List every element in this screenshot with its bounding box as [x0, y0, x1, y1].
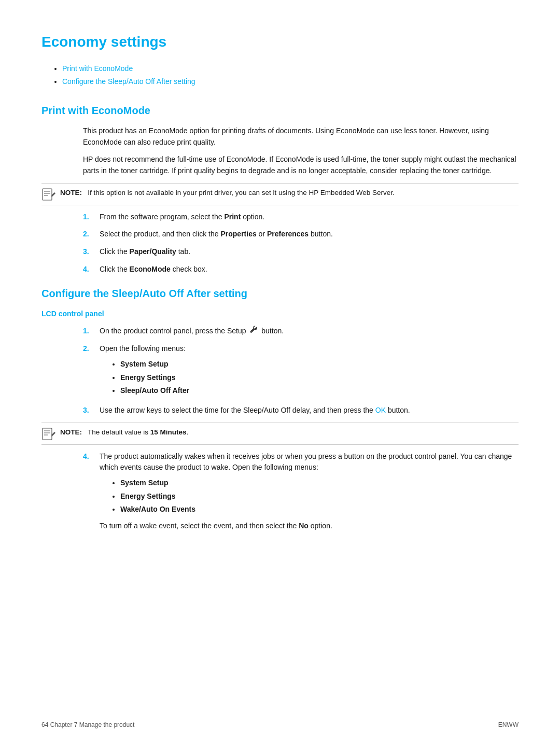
step-1-text-before: From the software program, select the	[100, 213, 224, 221]
sleep-step-4-footer-bold: No	[299, 522, 309, 530]
sleep-step-4-text: The product automatically wakes when it …	[100, 452, 512, 472]
toc-list: Print with EconoMode Configure the Sleep…	[41, 63, 519, 87]
econoMode-note-body: If this option is not available in your …	[88, 189, 395, 196]
sleep-step-2-text: Open the following menus:	[100, 344, 186, 353]
sleep-step-1: 1. On the product control panel, press t…	[83, 326, 519, 338]
step-3-content: Click the Paper/Quality tab.	[100, 246, 519, 258]
econoMode-note-box: NOTE: If this option is not available in…	[41, 183, 519, 205]
step-3-text-after: tab.	[176, 247, 190, 256]
step-3-num: 3.	[83, 246, 93, 257]
econoMode-title: Print with EconoMode	[41, 103, 519, 118]
sleep-note-bold: 15 Minutes	[150, 428, 187, 436]
bullet-wake-auto: Wake/Auto On Events	[120, 505, 195, 513]
bullet-system-setup-2: System Setup	[120, 479, 169, 487]
step-1-content: From the software program, select the Pr…	[100, 212, 519, 223]
list-item: Energy Settings	[120, 372, 519, 384]
note-icon	[41, 188, 56, 201]
step-1-num: 1.	[83, 212, 93, 222]
list-item: Print with EconoMode	[62, 63, 519, 74]
sleep-step-3: 3. Use the arrow keys to select the time…	[83, 405, 519, 416]
step-4-content: Click the EconoMode check box.	[100, 264, 519, 275]
sleep-step-1-num: 1.	[83, 326, 93, 336]
svg-point-6	[251, 331, 252, 332]
sleep-step-3-num: 3.	[83, 405, 93, 416]
page-footer: 64 Chapter 7 Manage the product ENWW	[0, 720, 560, 729]
step-4: 4. Click the EconoMode check box.	[83, 264, 519, 275]
step-4-num: 4.	[83, 264, 93, 275]
bullet-sleep-auto: Sleep/Auto Off After	[120, 386, 189, 395]
sleep-note-end: .	[187, 428, 189, 436]
svg-rect-7	[43, 428, 52, 440]
step-2-bold2: Preferences	[267, 230, 309, 238]
sleep-section: Configure the Sleep/Auto Off After setti…	[41, 286, 519, 532]
sleep-step-1-content: On the product control panel, press the …	[100, 326, 519, 338]
sleep-step-4-footer: To turn off a wake event, select the eve…	[100, 521, 519, 532]
footer-right: ENWW	[498, 720, 519, 729]
step-2-content: Select the product, and then click the P…	[100, 229, 519, 240]
footer-left: 64 Chapter 7 Manage the product	[41, 720, 134, 729]
step-2-num: 2.	[83, 229, 93, 240]
step-2-text-after: button.	[309, 230, 333, 238]
sleep-step-3-content: Use the arrow keys to select the time fo…	[100, 405, 519, 416]
step-4-text-after: check box.	[171, 265, 207, 273]
page-title: Economy settings	[41, 31, 519, 53]
step-1-text-after: option.	[241, 213, 264, 221]
sleep-step-4-footer-text: To turn off a wake event, select the eve…	[100, 522, 299, 530]
list-item: Configure the Sleep/Auto Off After setti…	[62, 76, 519, 87]
list-item: System Setup	[120, 359, 519, 370]
sleep-step-2-bullets: System Setup Energy Settings Sleep/Auto …	[100, 359, 519, 397]
sleep-step-4-bullets: System Setup Energy Settings Wake/Auto O…	[100, 477, 519, 515]
econoMode-note-text: NOTE: If this option is not available in…	[60, 188, 395, 198]
sleep-step-3-ok: OK	[375, 406, 386, 414]
step-2: 2. Select the product, and then click th…	[83, 229, 519, 240]
step-1-bold: Print	[224, 213, 241, 221]
sleep-step-4-content: The product automatically wakes when it …	[100, 451, 519, 532]
toc-link-economode[interactable]: Print with EconoMode	[62, 64, 133, 73]
step-3-bold: Paper/Quality	[130, 247, 176, 256]
sleep-step-3-text-before: Use the arrow keys to select the time fo…	[100, 406, 375, 414]
setup-icon	[249, 326, 258, 338]
econoMode-para2: HP does not recommend the full-time use …	[83, 154, 519, 176]
sleep-step-2: 2. Open the following menus: System Setu…	[83, 343, 519, 399]
sleep-step-2-num: 2.	[83, 343, 93, 354]
step-3-text-before: Click the	[100, 247, 130, 256]
step-2-middle: or	[257, 230, 267, 238]
econoMode-para1: This product has an EconoMode option for…	[83, 125, 519, 148]
sleep-step-4: 4. The product automatically wakes when …	[83, 451, 519, 532]
econoMode-note-label: NOTE:	[60, 189, 82, 196]
sleep-note-label: NOTE:	[60, 428, 82, 436]
step-2-text-before: Select the product, and then click the	[100, 230, 220, 238]
econoMode-section: Print with EconoMode This product has an…	[41, 103, 519, 275]
step-4-text-before: Click the	[100, 265, 130, 273]
bullet-system-setup-1: System Setup	[120, 360, 169, 368]
step-3: 3. Click the Paper/Quality tab.	[83, 246, 519, 258]
sleep-step-1-text-after: button.	[261, 327, 284, 335]
toc-link-sleep[interactable]: Configure the Sleep/Auto Off After setti…	[62, 77, 195, 86]
econoMode-steps: 1. From the software program, select the…	[83, 212, 519, 275]
sleep-step-1-text: On the product control panel, press the …	[100, 327, 246, 335]
sleep-step-4-num: 4.	[83, 451, 93, 462]
sleep-step-3-text-after: button.	[386, 406, 410, 414]
list-item: System Setup	[120, 477, 519, 489]
sleep-note-text: NOTE: The default value is 15 Minutes.	[60, 427, 188, 438]
list-item: Sleep/Auto Off After	[120, 385, 519, 397]
sleep-note-box: NOTE: The default value is 15 Minutes.	[41, 423, 519, 445]
sleep-step-2-content: Open the following menus: System Setup E…	[100, 343, 519, 399]
step-2-bold1: Properties	[220, 230, 256, 238]
svg-rect-0	[43, 189, 52, 200]
list-item: Energy Settings	[120, 491, 519, 502]
sleep-steps-cont: 4. The product automatically wakes when …	[83, 451, 519, 532]
sleep-title: Configure the Sleep/Auto Off After setti…	[41, 286, 519, 301]
bullet-energy-settings-1: Energy Settings	[120, 373, 176, 382]
sleep-step-4-footer-end: option.	[309, 522, 332, 530]
sleep-note-body: The default value is	[88, 428, 150, 436]
step-1: 1. From the software program, select the…	[83, 212, 519, 223]
note-icon-2	[41, 428, 56, 440]
sleep-steps: 1. On the product control panel, press t…	[83, 326, 519, 416]
lcd-label: LCD control panel	[41, 308, 519, 319]
list-item: Wake/Auto On Events	[120, 504, 519, 515]
step-4-bold: EconoMode	[130, 265, 171, 273]
bullet-energy-settings-2: Energy Settings	[120, 492, 176, 500]
